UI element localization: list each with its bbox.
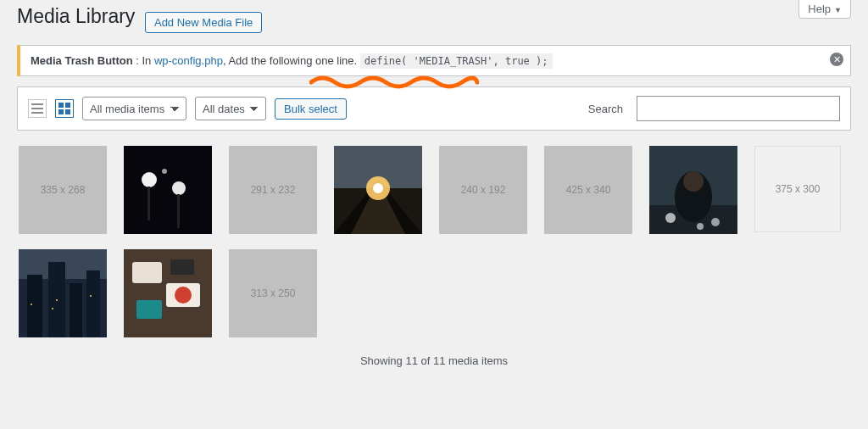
- svg-point-22: [683, 171, 704, 192]
- chevron-down-icon: ▼: [834, 6, 842, 14]
- svg-rect-40: [136, 300, 162, 319]
- media-type-filter[interactable]: All media items: [82, 97, 186, 120]
- search-input[interactable]: [637, 96, 840, 121]
- media-tile[interactable]: 240 x 192: [439, 146, 527, 234]
- dismiss-notice-button[interactable]: ✕: [830, 53, 843, 66]
- svg-point-18: [373, 183, 383, 193]
- svg-rect-11: [147, 187, 150, 220]
- media-tile[interactable]: 335 x 268: [19, 146, 107, 234]
- annotation-squiggle: [309, 74, 479, 91]
- svg-rect-2: [31, 112, 43, 114]
- svg-rect-5: [58, 109, 64, 114]
- svg-rect-0: [31, 103, 43, 105]
- svg-rect-28: [27, 275, 42, 337]
- svg-point-23: [665, 213, 676, 223]
- svg-point-39: [175, 287, 192, 304]
- svg-point-24: [711, 218, 720, 226]
- svg-rect-6: [65, 109, 70, 114]
- notice-title: Media Trash Button: [31, 54, 133, 67]
- media-tile[interactable]: 425 x 340: [544, 146, 632, 234]
- media-tile[interactable]: 313 x 250: [229, 249, 317, 337]
- svg-point-10: [162, 169, 167, 174]
- svg-point-8: [142, 172, 157, 187]
- svg-rect-31: [86, 270, 100, 337]
- close-icon: ✕: [833, 54, 841, 64]
- media-toolbar: All media items All dates Bulk select Se…: [17, 86, 851, 131]
- svg-rect-30: [70, 283, 82, 337]
- svg-rect-37: [132, 262, 162, 283]
- media-tile[interactable]: [124, 146, 212, 234]
- media-tile[interactable]: 291 x 232: [229, 146, 317, 234]
- svg-rect-7: [124, 146, 212, 234]
- svg-rect-3: [58, 103, 64, 108]
- help-tab[interactable]: Help▼: [798, 0, 851, 19]
- svg-point-33: [56, 299, 58, 301]
- grid-view-button[interactable]: [55, 99, 74, 118]
- results-count: Showing 11 of 11 media items: [17, 337, 851, 376]
- page-title: Media Library: [17, 5, 135, 28]
- grid-icon: [58, 103, 70, 114]
- bulk-select-button[interactable]: Bulk select: [275, 98, 347, 120]
- svg-rect-41: [170, 259, 194, 275]
- media-grid: 335 x 268291 x 232240 x 192425 x 340375 …: [17, 146, 851, 337]
- date-filter[interactable]: All dates: [195, 97, 266, 120]
- svg-point-25: [697, 223, 704, 230]
- svg-rect-1: [31, 108, 43, 109]
- media-tile[interactable]: [649, 146, 737, 234]
- media-tile[interactable]: [124, 249, 212, 337]
- media-tile[interactable]: [19, 249, 107, 337]
- help-label: Help: [808, 3, 831, 15]
- admin-notice: Media Trash Button : In wp-config.php, A…: [17, 45, 851, 76]
- svg-point-34: [90, 295, 92, 297]
- media-tile[interactable]: 375 x 300: [754, 146, 841, 232]
- media-tile[interactable]: [334, 146, 422, 234]
- search-label: Search: [588, 103, 623, 115]
- list-view-button[interactable]: [28, 99, 47, 118]
- svg-point-9: [172, 181, 186, 195]
- svg-point-35: [31, 304, 32, 305]
- svg-rect-12: [177, 194, 180, 228]
- list-icon: [31, 103, 43, 114]
- add-new-button[interactable]: Add New Media File: [145, 12, 262, 33]
- svg-point-32: [52, 308, 53, 309]
- svg-rect-4: [65, 103, 70, 108]
- wp-config-link[interactable]: wp-config.php: [154, 54, 223, 67]
- code-snippet: define( 'MEDIA_TRASH', true );: [360, 53, 553, 69]
